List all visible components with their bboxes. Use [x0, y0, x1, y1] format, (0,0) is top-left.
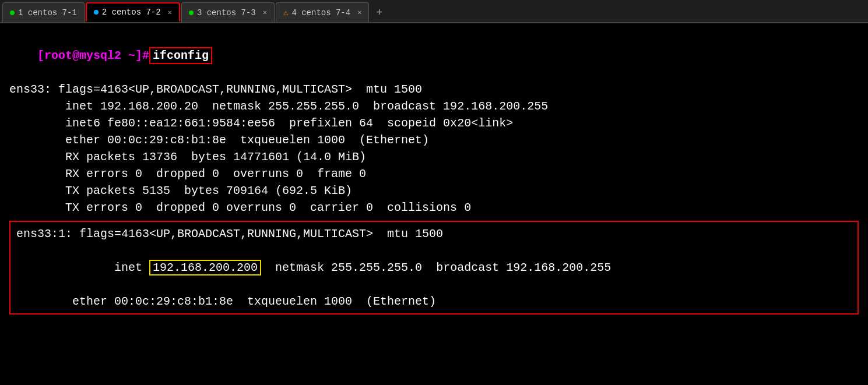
tab-bar: 1 centos 7-1 2 centos 7-2 ✕ 3 centos 7-3… [0, 0, 868, 23]
tab-centos7-1[interactable]: 1 centos 7-1 [2, 2, 85, 22]
output-line-5: RX packets 13736 bytes 14771601 (14.0 Mi… [9, 149, 859, 165]
prompt-text: [root@mysql2 ~]# [37, 49, 149, 62]
command-box: ifconfig [149, 47, 212, 64]
ip-highlight: 192.168.200.200 [149, 260, 261, 275]
tab-label-3: 3 centos 7-3 [197, 8, 256, 17]
warning-icon: ⚠ [283, 8, 288, 17]
prompt-line: [root@mysql2 ~]#ifconfig [9, 30, 859, 81]
block2-line2-pre: inet [58, 261, 149, 274]
tab-centos7-4[interactable]: ⚠ 4 centos 7-4 ✕ [276, 2, 370, 22]
tab-dot-3 [189, 10, 194, 15]
output-line-1: ens33: flags=4163<UP,BROADCAST,RUNNING,M… [9, 81, 859, 98]
tab-dot-2 [94, 10, 99, 15]
output-line-6: RX errors 0 dropped 0 overruns 0 frame 0 [9, 165, 859, 182]
output-line-3: inet6 fe80::ea12:661:9584:ee56 prefixlen… [9, 115, 859, 132]
tab-label-4: 4 centos 7-4 [291, 8, 350, 17]
block2-line3: ether 00:0c:29:c8:b1:8e txqueuelen 1000 … [16, 293, 852, 310]
tab-label-1: 1 centos 7-1 [18, 8, 77, 17]
block2-line1: ens33:1: flags=4163<UP,BROADCAST,RUNNING… [16, 225, 852, 242]
block2-line2: inet 192.168.200.200 netmask 255.255.255… [16, 242, 852, 293]
output-line-8: TX errors 0 dropped 0 overruns 0 carrier… [9, 199, 859, 216]
tab-centos7-2[interactable]: 2 centos 7-2 ✕ [86, 2, 180, 22]
tab-dot-1 [10, 10, 15, 15]
tab-close-2[interactable]: ✕ [164, 8, 172, 17]
add-tab-button[interactable]: + [370, 2, 388, 22]
tab-close-4[interactable]: ✕ [354, 8, 361, 17]
block2-line2-post: netmask 255.255.255.0 broadcast 192.168.… [261, 261, 611, 274]
tab-close-3[interactable]: ✕ [259, 8, 267, 17]
tab-label-2: 2 centos 7-2 [102, 8, 161, 17]
output-line-7: TX packets 5135 bytes 709164 (692.5 KiB) [9, 182, 859, 199]
tab-centos7-3[interactable]: 3 centos 7-3 ✕ [181, 2, 275, 22]
output-line-2: inet 192.168.200.20 netmask 255.255.255.… [9, 98, 859, 115]
output-line-4: ether 00:0c:29:c8:b1:8e txqueuelen 1000 … [9, 132, 859, 149]
terminal-area: [root@mysql2 ~]#ifconfig ens33: flags=41… [0, 23, 868, 322]
block2-highlight: ens33:1: flags=4163<UP,BROADCAST,RUNNING… [9, 221, 859, 315]
